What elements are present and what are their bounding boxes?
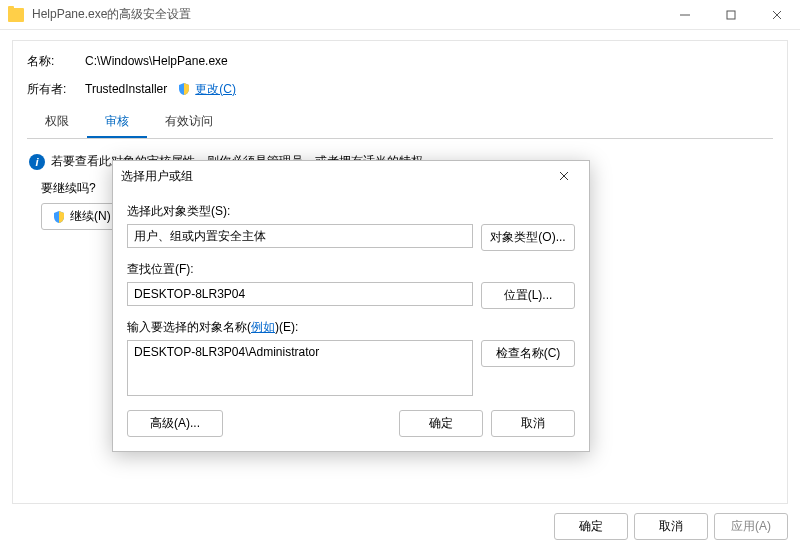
dialog-close-button[interactable] xyxy=(547,164,581,188)
tab-effective-access[interactable]: 有效访问 xyxy=(147,107,231,138)
object-type-label: 选择此对象类型(S): xyxy=(127,203,575,220)
bottom-bar: 确定 取消 应用(A) xyxy=(554,513,788,540)
object-name-label-prefix: 输入要选择的对象名称( xyxy=(127,320,251,334)
object-name-label-suffix: )(E): xyxy=(275,320,298,334)
object-name-input[interactable] xyxy=(127,340,473,396)
dialog-body: 选择此对象类型(S): 对象类型(O)... 查找位置(F): 位置(L)...… xyxy=(113,191,589,451)
window-title: HelpPane.exe的高级安全设置 xyxy=(32,6,662,23)
name-value: C:\Windows\HelpPane.exe xyxy=(85,54,228,68)
ok-button[interactable]: 确定 xyxy=(554,513,628,540)
example-link[interactable]: 例如 xyxy=(251,320,275,334)
cancel-button[interactable]: 取消 xyxy=(634,513,708,540)
dialog-titlebar: 选择用户或组 xyxy=(113,161,589,191)
shield-icon xyxy=(177,82,191,96)
continue-button[interactable]: 继续(N) xyxy=(41,203,122,230)
shield-icon xyxy=(52,210,66,224)
location-label: 查找位置(F): xyxy=(127,261,575,278)
maximize-button[interactable] xyxy=(708,0,754,30)
titlebar: HelpPane.exe的高级安全设置 xyxy=(0,0,800,30)
owner-label: 所有者: xyxy=(27,81,85,98)
window-controls xyxy=(662,0,800,30)
owner-row: 所有者: TrustedInstaller 更改(C) xyxy=(27,79,773,99)
object-type-field[interactable] xyxy=(127,224,473,248)
dialog-buttons: 高级(A)... 确定 取消 xyxy=(127,410,575,437)
minimize-button[interactable] xyxy=(662,0,708,30)
object-name-label: 输入要选择的对象名称(例如)(E): xyxy=(127,319,575,336)
close-button[interactable] xyxy=(754,0,800,30)
apply-button[interactable]: 应用(A) xyxy=(714,513,788,540)
svg-rect-1 xyxy=(727,11,735,19)
dialog-title: 选择用户或组 xyxy=(121,168,547,185)
name-row: 名称: C:\Windows\HelpPane.exe xyxy=(27,51,773,71)
dialog-cancel-button[interactable]: 取消 xyxy=(491,410,575,437)
location-field[interactable] xyxy=(127,282,473,306)
continue-button-label: 继续(N) xyxy=(70,208,111,225)
object-types-button[interactable]: 对象类型(O)... xyxy=(481,224,575,251)
tab-permissions[interactable]: 权限 xyxy=(27,107,87,138)
tab-audit[interactable]: 审核 xyxy=(87,107,147,138)
check-names-button[interactable]: 检查名称(C) xyxy=(481,340,575,367)
dialog-ok-button[interactable]: 确定 xyxy=(399,410,483,437)
name-label: 名称: xyxy=(27,53,85,70)
advanced-button[interactable]: 高级(A)... xyxy=(127,410,223,437)
tabs: 权限 审核 有效访问 xyxy=(27,107,773,139)
owner-value: TrustedInstaller xyxy=(85,82,167,96)
select-user-dialog: 选择用户或组 选择此对象类型(S): 对象类型(O)... 查找位置(F): 位… xyxy=(112,160,590,452)
info-icon: i xyxy=(29,154,45,170)
locations-button[interactable]: 位置(L)... xyxy=(481,282,575,309)
folder-icon xyxy=(8,8,24,22)
change-owner-link[interactable]: 更改(C) xyxy=(195,81,236,98)
